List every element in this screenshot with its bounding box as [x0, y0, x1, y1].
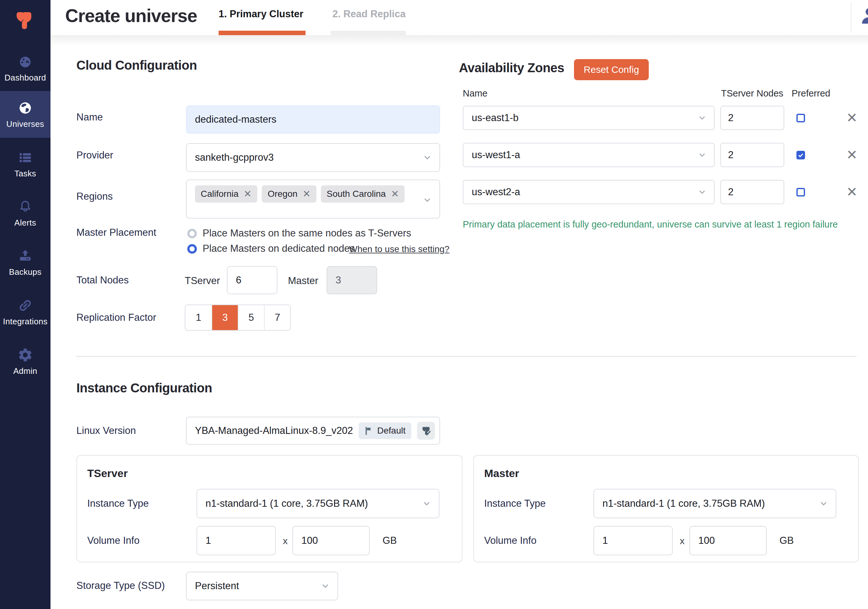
tab-read-replica-underline: [330, 31, 406, 35]
az-remove-row-2-icon[interactable]: ✕: [846, 148, 857, 162]
volume-info-label: Volume Info: [484, 535, 536, 546]
instance-type-value: n1-standard-1 (1 core, 3.75GB RAM): [603, 498, 765, 509]
tserver-count-label: TServer: [185, 275, 220, 287]
tab-label: 2. Read Replica: [332, 8, 406, 20]
az-remove-row-1-icon[interactable]: ✕: [846, 111, 857, 125]
geo-redundancy-message: Primary data placement is fully geo-redu…: [463, 219, 838, 230]
default-badge-label: Default: [377, 426, 406, 436]
volume-multiply-label: x: [283, 536, 288, 546]
chevron-down-icon: [698, 150, 707, 160]
az-select-row-1[interactable]: us-east1-b: [463, 106, 715, 130]
linux-version-select[interactable]: YBA-Managed-AlmaLinux-8.9_v20240515 Defa…: [186, 417, 440, 445]
provider-select[interactable]: sanketh-gcpprov3: [186, 143, 440, 172]
az-name: us-west2-a: [472, 186, 520, 198]
replication-factor-label: Replication Factor: [76, 312, 156, 323]
default-badge: Default: [358, 422, 411, 439]
volume-unit-label: GB: [383, 535, 397, 546]
storage-type-select[interactable]: Persistent: [186, 572, 338, 600]
az-preferred-checkbox-row-1[interactable]: [797, 114, 805, 122]
check-icon: [798, 152, 804, 158]
dashboard-gauge-icon: [17, 54, 33, 70]
master-count-label: Master: [288, 275, 318, 287]
total-nodes-label: Total Nodes: [76, 274, 129, 286]
az-tserver-nodes-input-row-3[interactable]: [720, 180, 784, 204]
rf-option-3[interactable]: 3: [212, 305, 238, 330]
az-preferred-checkbox-row-3[interactable]: [797, 188, 805, 197]
sidebar-item-dashboard[interactable]: Dashboard: [0, 45, 51, 91]
az-name: us-west1-a: [472, 149, 520, 161]
region-chip-label: California: [201, 189, 239, 199]
remove-region-icon[interactable]: ✕: [303, 189, 311, 199]
yb-verified-image-button[interactable]: [417, 422, 435, 440]
az-tserver-nodes-input-row-2[interactable]: [720, 143, 784, 167]
when-to-use-link[interactable]: When to use this setting?: [349, 244, 450, 254]
sidebar-item-integrations[interactable]: Integrations: [0, 288, 51, 335]
regions-label: Regions: [76, 191, 113, 202]
az-select-row-2[interactable]: us-west1-a: [463, 143, 715, 167]
yugabyte-logo-icon[interactable]: [13, 9, 35, 31]
tab-read-replica[interactable]: 2. Read Replica: [332, 8, 406, 20]
universe-name-input[interactable]: [186, 105, 440, 133]
availability-zones-heading: Availability Zones: [459, 61, 564, 75]
header-vertical-divider: [851, 3, 851, 32]
header-shadow: [51, 35, 868, 46]
az-remove-row-3-icon[interactable]: ✕: [846, 185, 857, 199]
sidebar-item-label: Backups: [9, 267, 42, 277]
reset-config-button[interactable]: Reset Config: [574, 59, 649, 80]
sidebar-item-tasks[interactable]: Tasks: [0, 141, 51, 187]
radio-dedicated-nodes-label[interactable]: Place Masters on dedicated nodes: [203, 243, 355, 254]
backups-upload-icon: [17, 248, 33, 264]
chevron-down-icon: [818, 499, 829, 509]
az-tserver-nodes-input-row-1[interactable]: [720, 106, 784, 130]
remove-region-icon[interactable]: ✕: [391, 189, 399, 199]
az-column-name: Name: [463, 88, 487, 99]
instance-type-label: Instance Type: [484, 498, 546, 509]
rf-option-5[interactable]: 5: [238, 305, 264, 330]
storage-type-label: Storage Type (SSD): [76, 580, 165, 592]
az-select-row-3[interactable]: us-west2-a: [463, 180, 715, 204]
remove-region-icon[interactable]: ✕: [243, 189, 251, 199]
cloud-configuration-heading: Cloud Configuration: [76, 58, 197, 73]
sidebar: Dashboard Universes Tasks Alerts Backup: [0, 0, 51, 609]
integrations-link-icon: [17, 298, 33, 313]
instance-configuration-heading: Instance Configuration: [76, 381, 212, 395]
master-instance-type-select[interactable]: n1-standard-1 (1 core, 3.75GB RAM): [594, 489, 836, 518]
sidebar-item-universes[interactable]: Universes: [0, 91, 51, 138]
tab-primary-cluster[interactable]: 1. Primary Cluster: [219, 8, 303, 20]
region-chip: South Carolina ✕: [321, 185, 405, 203]
radio-same-nodes-label[interactable]: Place Masters on the same nodes as T-Ser…: [203, 228, 411, 239]
tserver-nodes-input[interactable]: [227, 266, 277, 294]
tserver-volume-size-input[interactable]: [293, 526, 370, 555]
region-chip: Oregon ✕: [262, 185, 316, 203]
az-preferred-checkbox-row-2[interactable]: [797, 151, 805, 160]
master-volume-size-input[interactable]: [689, 526, 767, 555]
chevron-down-icon: [422, 152, 432, 163]
tserver-volume-count-input[interactable]: [197, 526, 276, 555]
chevron-down-icon: [698, 113, 707, 123]
chevron-down-icon: [422, 499, 432, 509]
rf-option-7[interactable]: 7: [264, 305, 290, 330]
provider-value: sanketh-gcpprov3: [195, 152, 274, 163]
radio-same-nodes[interactable]: [187, 229, 197, 239]
tserver-instance-type-select[interactable]: n1-standard-1 (1 core, 3.75GB RAM): [197, 489, 439, 518]
page-title: Create universe: [65, 5, 197, 26]
sidebar-item-alerts[interactable]: Alerts: [0, 190, 51, 236]
rf-option-1[interactable]: 1: [185, 305, 212, 330]
sidebar-item-backups[interactable]: Backups: [0, 239, 51, 286]
master-card: Master Instance Type n1-standard-1 (1 co…: [473, 455, 859, 563]
region-chip: California ✕: [195, 185, 257, 203]
name-label: Name: [76, 112, 103, 123]
user-avatar-icon[interactable]: [859, 6, 868, 26]
master-placement-label: Master Placement: [76, 227, 156, 239]
rf-option-label: 1: [195, 312, 201, 323]
linux-version-value: YBA-Managed-AlmaLinux-8.9_v20240515: [195, 425, 353, 437]
tab-label: 1. Primary Cluster: [219, 8, 303, 20]
sidebar-item-admin[interactable]: Admin: [0, 338, 51, 385]
section-divider: [76, 356, 857, 357]
master-volume-count-input[interactable]: [594, 526, 673, 555]
volume-multiply-label: x: [680, 536, 685, 546]
volume-info-label: Volume Info: [87, 535, 140, 546]
radio-dedicated-nodes[interactable]: [187, 244, 197, 254]
region-chip-label: Oregon: [268, 189, 297, 199]
regions-multiselect[interactable]: California ✕ Oregon ✕ South Carolina ✕: [186, 180, 440, 218]
